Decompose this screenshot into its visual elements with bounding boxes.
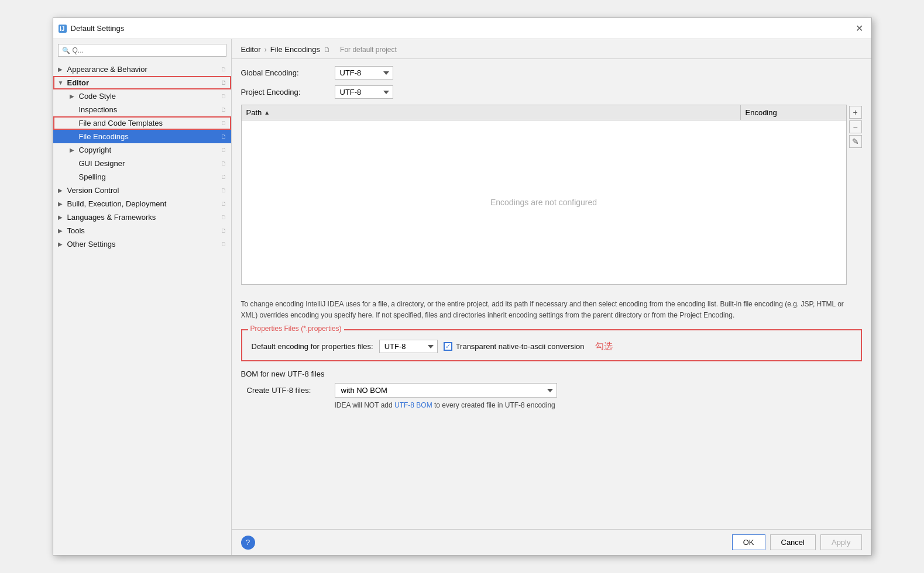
- properties-row: Default encoding for properties files: U…: [252, 337, 851, 353]
- search-input[interactable]: [73, 46, 222, 54]
- sort-arrow-icon: ▲: [264, 109, 270, 116]
- breadcrumb-current: File Encodings: [270, 45, 320, 54]
- sidebar-item-label: Version Control: [67, 186, 218, 195]
- bom-row: Create UTF-8 files: with NO BOM with BOM: [241, 383, 862, 398]
- table-col-path[interactable]: Path ▲: [242, 105, 741, 120]
- annotation-text: 勾选: [595, 341, 613, 352]
- breadcrumb-note: For default project: [340, 46, 397, 54]
- sidebar-item-label: File and Code Templates: [79, 119, 218, 127]
- search-box[interactable]: 🔍: [58, 44, 226, 57]
- sidebar-item-label: Code Style: [79, 92, 218, 101]
- arrow-icon: ▶: [70, 93, 78, 99]
- sidebar-item-file-code-templates[interactable]: ▶ File and Code Templates 🗋: [53, 116, 231, 130]
- settings-dialog: IJ Default Settings ✕ 🔍 ▶ Appearance & B…: [53, 18, 872, 555]
- copy-icon: 🗋: [221, 201, 226, 207]
- bottom-left: ?: [241, 536, 255, 550]
- table-add-button[interactable]: +: [849, 106, 862, 119]
- arrow-icon: ▶: [58, 187, 66, 194]
- sidebar-item-label: GUI Designer: [79, 159, 218, 168]
- bom-section: BOM for new UTF-8 files Create UTF-8 fil…: [241, 370, 862, 409]
- title-bar-left: IJ Default Settings: [58, 24, 125, 33]
- sidebar-item-tools[interactable]: ▶ Tools 🗋: [53, 224, 231, 237]
- app-icon: IJ: [58, 24, 67, 33]
- apply-button[interactable]: Apply: [820, 534, 862, 550]
- sidebar-item-appearance[interactable]: ▶ Appearance & Behavior 🗋: [53, 63, 231, 76]
- sidebar-item-copyright[interactable]: ▶ Copyright 🗋: [53, 143, 231, 157]
- sidebar-item-label: Other Settings: [67, 240, 218, 248]
- arrow-icon: ▶: [58, 201, 66, 207]
- sidebar-item-file-encodings[interactable]: ▶ File Encodings 🗋: [53, 130, 231, 143]
- breadcrumb-separator: ›: [264, 45, 266, 54]
- svg-text:IJ: IJ: [60, 26, 64, 32]
- global-encoding-label: Global Encoding:: [241, 68, 329, 77]
- table-body: Encodings are not configured: [242, 120, 846, 284]
- sidebar-item-label: Languages & Frameworks: [67, 213, 218, 222]
- encoding-table: Path ▲ Encoding Encodings are not config…: [241, 105, 847, 285]
- main-content: 🔍 ▶ Appearance & Behavior 🗋 ▼ Editor 🗋: [53, 39, 871, 555]
- bottom-bar: ? OK Cancel Apply: [232, 529, 871, 555]
- arrow-icon: ▼: [58, 80, 66, 86]
- copy-icon: 🗋: [221, 241, 226, 247]
- bom-note-suffix: to every created file in UTF-8 encoding: [432, 401, 555, 409]
- sidebar-item-label: Editor: [67, 78, 218, 87]
- global-encoding-select[interactable]: UTF-8 UTF-16 ISO-8859-1: [335, 66, 393, 80]
- bottom-right: OK Cancel Apply: [732, 534, 862, 550]
- table-remove-button[interactable]: −: [849, 120, 862, 133]
- properties-section: Properties Files (*.properties) Default …: [241, 329, 862, 361]
- col-path-label: Path: [246, 108, 262, 117]
- bom-note-link[interactable]: UTF-8 BOM: [394, 401, 432, 409]
- sidebar-item-label: Spelling: [79, 172, 218, 181]
- copy-icon: 🗋: [221, 227, 226, 234]
- table-header: Path ▲ Encoding: [242, 105, 846, 120]
- bom-section-title: BOM for new UTF-8 files: [241, 370, 862, 378]
- copy-icon: 🗋: [221, 93, 226, 99]
- copy-icon: 🗋: [221, 120, 226, 126]
- encoding-table-wrapper: Path ▲ Encoding Encodings are not config…: [241, 105, 862, 292]
- sidebar-item-build-execution[interactable]: ▶ Build, Execution, Deployment 🗋: [53, 197, 231, 210]
- arrow-icon: ▶: [70, 147, 78, 153]
- checkbox-label: Transparent native-to-ascii conversion: [456, 342, 585, 351]
- project-encoding-label: Project Encoding:: [241, 88, 329, 96]
- sidebar-item-spelling[interactable]: ▶ Spelling 🗋: [53, 170, 231, 184]
- copy-icon: 🗋: [221, 187, 226, 194]
- sidebar-item-languages-frameworks[interactable]: ▶ Languages & Frameworks 🗋: [53, 210, 231, 224]
- properties-encoding-select[interactable]: UTF-8 UTF-16 ISO-8859-1: [379, 340, 438, 353]
- sidebar-item-gui-designer[interactable]: ▶ GUI Designer 🗋: [53, 157, 231, 170]
- sidebar-tree: ▶ Appearance & Behavior 🗋 ▼ Editor 🗋 ▶ C…: [53, 61, 231, 555]
- cancel-button[interactable]: Cancel: [770, 534, 816, 550]
- description-text: To change encoding IntelliJ IDEA uses fo…: [241, 299, 862, 321]
- arrow-icon: ▶: [58, 241, 66, 247]
- arrow-icon: ▶: [58, 214, 66, 220]
- sidebar-item-label: Tools: [67, 226, 218, 235]
- copy-icon: 🗋: [221, 106, 226, 113]
- breadcrumb-parent: Editor: [241, 45, 261, 54]
- properties-section-label: Properties Files (*.properties): [248, 325, 344, 333]
- help-button[interactable]: ?: [241, 536, 255, 550]
- sidebar-item-other-settings[interactable]: ▶ Other Settings 🗋: [53, 237, 231, 251]
- sidebar: 🔍 ▶ Appearance & Behavior 🗋 ▼ Editor 🗋: [53, 39, 232, 555]
- sidebar-item-label: File Encodings: [79, 132, 218, 141]
- sidebar-item-editor[interactable]: ▼ Editor 🗋: [53, 76, 231, 89]
- sidebar-item-version-control[interactable]: ▶ Version Control 🗋: [53, 184, 231, 197]
- sidebar-item-label: Appearance & Behavior: [67, 65, 218, 74]
- close-button[interactable]: ✕: [852, 22, 867, 35]
- ok-button[interactable]: OK: [732, 534, 765, 550]
- table-action-buttons: + − ✎: [847, 105, 862, 292]
- copy-icon: 🗋: [221, 133, 226, 140]
- dialog-title: Default Settings: [71, 24, 125, 33]
- table-edit-button[interactable]: ✎: [849, 135, 862, 148]
- sidebar-item-inspections[interactable]: ▶ Inspections 🗋: [53, 103, 231, 116]
- copy-icon: 🗋: [221, 160, 226, 167]
- bom-create-label: Create UTF-8 files:: [247, 386, 329, 395]
- properties-encoding-label: Default encoding for properties files:: [252, 342, 373, 351]
- global-encoding-row: Global Encoding: UTF-8 UTF-16 ISO-8859-1: [241, 66, 862, 80]
- copy-icon: 🗋: [221, 80, 226, 86]
- sidebar-item-code-style[interactable]: ▶ Code Style 🗋: [53, 89, 231, 103]
- bom-note: IDEA will NOT add UTF-8 BOM to every cre…: [241, 401, 862, 409]
- bom-note-prefix: IDEA will NOT add: [335, 401, 394, 409]
- breadcrumb-bar: Editor › File Encodings 🗋 For default pr…: [232, 39, 871, 59]
- project-encoding-select[interactable]: UTF-8 UTF-16 ISO-8859-1: [335, 85, 393, 99]
- search-icon: 🔍: [62, 47, 70, 54]
- transparent-conversion-checkbox[interactable]: ✓: [444, 342, 452, 351]
- bom-create-select[interactable]: with NO BOM with BOM: [335, 383, 557, 398]
